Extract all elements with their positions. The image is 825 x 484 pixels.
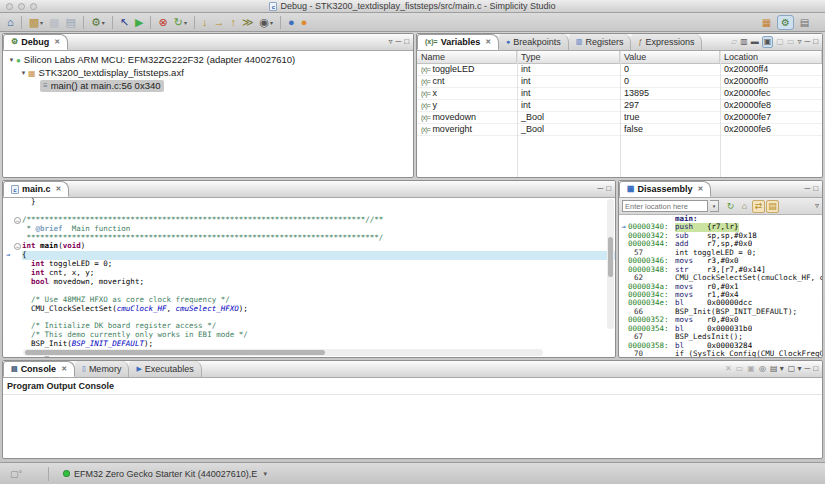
column-header-value[interactable]: Value bbox=[620, 51, 720, 63]
home-button[interactable]: ⌂ bbox=[5, 15, 16, 30]
annotation-ruler[interactable] bbox=[3, 287, 13, 296]
disconnect-button[interactable]: ⊗ bbox=[156, 15, 169, 30]
tab-variables[interactable]: (x)=Variables✕ bbox=[417, 34, 499, 50]
tab-disassembly[interactable]: ▦ Disassembly ✕ bbox=[619, 181, 711, 197]
editor-vertical-scrollbar[interactable] bbox=[607, 199, 614, 329]
show-logical-structure-icon[interactable]: ▣ bbox=[762, 36, 774, 48]
snapshot-button[interactable]: ◉▾ bbox=[257, 15, 275, 30]
step-over-button[interactable]: → bbox=[211, 15, 226, 30]
close-tab-icon[interactable]: ✕ bbox=[698, 185, 704, 193]
show-type-names-icon[interactable]: ▱ bbox=[731, 37, 737, 47]
close-tab-icon[interactable]: ✕ bbox=[61, 365, 67, 373]
minimize-panel-icon[interactable]: ─ bbox=[804, 37, 810, 47]
debug-tree-row[interactable]: ▼▦STK3200_textdisplay_fiststeps.axf bbox=[3, 66, 413, 79]
maximize-panel-icon[interactable]: □ bbox=[813, 364, 818, 374]
reset-button[interactable]: ↻▾ bbox=[172, 15, 189, 30]
maximize-panel-icon[interactable]: □ bbox=[404, 37, 409, 47]
fold-ruler[interactable] bbox=[13, 305, 22, 314]
close-tab-icon[interactable]: ✕ bbox=[56, 185, 62, 193]
column-header-name[interactable]: Name bbox=[417, 51, 517, 63]
collapse-all-icon[interactable]: ▬ bbox=[751, 37, 759, 47]
annotation-ruler[interactable] bbox=[3, 269, 13, 278]
fold-ruler[interactable] bbox=[13, 287, 22, 296]
dropdown-arrow-icon[interactable]: ▾ bbox=[102, 19, 105, 26]
instruction-stepping-button[interactable]: ≫ bbox=[240, 15, 256, 30]
terminate-icon[interactable]: ✕ bbox=[725, 364, 732, 374]
disassembly-listing[interactable]: main:→00000340:push{r7,lr}00000342:subsp… bbox=[619, 215, 822, 358]
tab-console[interactable]: ▤Console✕ bbox=[3, 361, 75, 377]
minimize-panel-icon[interactable]: ─ bbox=[804, 184, 810, 194]
display-selected-console-icon[interactable]: ▤ ▾ bbox=[770, 364, 784, 374]
maximize-panel-icon[interactable]: □ bbox=[813, 37, 818, 47]
column-divider[interactable] bbox=[720, 51, 721, 177]
fold-ruler[interactable] bbox=[13, 198, 22, 207]
annotation-ruler[interactable] bbox=[3, 207, 13, 216]
fold-ruler[interactable] bbox=[13, 322, 22, 331]
print-button[interactable]: ▤ bbox=[63, 15, 77, 30]
close-tab-icon[interactable]: ✕ bbox=[54, 38, 60, 46]
fold-ruler[interactable] bbox=[13, 296, 22, 305]
annotation-ruler[interactable] bbox=[3, 296, 13, 305]
swo-trace-button[interactable]: ● bbox=[286, 15, 297, 30]
new-view-icon[interactable]: ▢ bbox=[776, 37, 784, 47]
twistie-icon[interactable]: ▼ bbox=[19, 70, 28, 76]
clear-console-icon[interactable]: ▭ bbox=[736, 364, 744, 374]
tab-breakpoints[interactable]: ●Breakpoints bbox=[499, 34, 569, 50]
annotation-ruler[interactable] bbox=[3, 216, 13, 225]
tab-main-c[interactable]: c main.c ✕ bbox=[3, 181, 69, 197]
console-output[interactable] bbox=[3, 395, 822, 455]
energy-profiler-button[interactable]: ● bbox=[299, 15, 310, 30]
maximize-panel-icon[interactable]: □ bbox=[813, 184, 818, 194]
fold-ruler[interactable] bbox=[13, 349, 22, 358]
fold-ruler[interactable] bbox=[13, 278, 22, 287]
device-dropdown-icon[interactable]: ▼ bbox=[262, 471, 268, 477]
annotation-ruler[interactable] bbox=[3, 242, 13, 251]
fold-ruler[interactable] bbox=[13, 234, 22, 243]
view-menu-icon[interactable]: ▿ bbox=[815, 201, 819, 211]
debug-tree-row[interactable]: ≡main() at main.c:56 0x340 bbox=[3, 79, 413, 92]
source-editor[interactable]: }−/*************************************… bbox=[3, 198, 615, 358]
debug-perspective-button[interactable]: ⚙ bbox=[777, 15, 794, 30]
column-divider[interactable] bbox=[517, 51, 518, 177]
tab-memory[interactable]: ▯Memory bbox=[75, 361, 129, 377]
twistie-icon[interactable]: ▼ bbox=[7, 57, 16, 63]
annotation-ruler[interactable] bbox=[3, 331, 13, 340]
tab-expressions[interactable]: ƒExpressions bbox=[631, 34, 702, 50]
debug-tree-row[interactable]: ▼●Silicon Labs ARM MCU: EFM32ZG222F32 (a… bbox=[3, 53, 413, 66]
new-wizard-button[interactable]: ▩▾ bbox=[27, 15, 45, 30]
column-header-type[interactable]: Type bbox=[517, 51, 620, 63]
tab-executables[interactable]: ▶Executables bbox=[129, 361, 201, 377]
annotation-ruler[interactable] bbox=[3, 278, 13, 287]
simplicity-ide-perspective-button[interactable]: ▦ bbox=[758, 15, 775, 30]
annotation-ruler[interactable] bbox=[3, 340, 13, 349]
annotation-ruler[interactable] bbox=[3, 234, 13, 243]
refresh-view-icon[interactable]: ↻ bbox=[724, 200, 737, 213]
fold-ruler[interactable] bbox=[13, 340, 22, 349]
view-menu-icon[interactable]: ▿ bbox=[797, 37, 801, 47]
location-dropdown-icon[interactable]: ▾ bbox=[710, 200, 719, 212]
minimize-panel-icon[interactable]: ─ bbox=[597, 184, 603, 194]
tab-registers[interactable]: ▥Registers bbox=[569, 34, 632, 50]
step-into-button[interactable]: ↓ bbox=[200, 15, 210, 30]
column-divider[interactable] bbox=[620, 51, 621, 177]
fold-ruler[interactable]: − bbox=[13, 216, 22, 225]
fold-ruler[interactable] bbox=[13, 225, 22, 234]
show-columns-icon[interactable]: ▥ bbox=[740, 37, 748, 47]
fold-ruler[interactable] bbox=[13, 251, 22, 260]
annotation-ruler[interactable] bbox=[3, 198, 13, 207]
show-source-icon[interactable]: ▤ bbox=[766, 200, 779, 213]
dropdown-arrow-icon[interactable]: ▾ bbox=[270, 19, 273, 26]
annotation-ruler[interactable] bbox=[3, 305, 13, 314]
pointer-button[interactable]: ↖ bbox=[118, 15, 131, 30]
open-console-icon[interactable]: ▢ ▾ bbox=[788, 364, 802, 374]
fold-ruler[interactable] bbox=[13, 331, 22, 340]
fold-ruler[interactable]: − bbox=[13, 242, 22, 251]
other-perspective-button[interactable]: ▤ bbox=[796, 15, 813, 30]
minimize-panel-icon[interactable]: ─ bbox=[395, 37, 401, 47]
dropdown-arrow-icon[interactable]: ▾ bbox=[184, 19, 187, 26]
fold-collapse-icon[interactable]: − bbox=[14, 243, 21, 250]
view-menu-icon[interactable]: ▿ bbox=[388, 37, 392, 47]
scroll-lock-icon[interactable]: ▣ bbox=[747, 364, 755, 374]
go-home-icon[interactable]: ⌂ bbox=[738, 200, 751, 213]
fold-ruler[interactable] bbox=[13, 314, 22, 323]
